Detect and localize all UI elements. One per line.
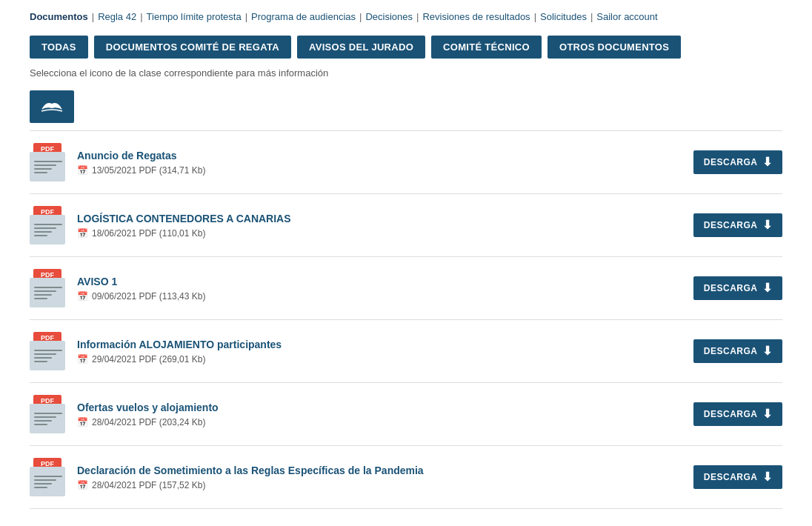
nav-separator: | <box>590 11 593 22</box>
doc-info-2: AVISO 1📅09/06/2021 PDF (113,43 Kb) <box>77 276 205 302</box>
nav-separator: | <box>534 11 536 22</box>
nav-separator: | <box>92 11 94 22</box>
doc-meta: 📅09/06/2021 PDF (113,43 Kb) <box>77 291 205 302</box>
doc-title[interactable]: AVISO 1 <box>77 276 205 287</box>
download-label: DESCARGA <box>704 472 758 482</box>
doc-left-2: PDFAVISO 1📅09/06/2021 PDF (113,43 Kb) <box>30 269 205 307</box>
download-arrow-icon: ⬇ <box>762 156 773 168</box>
calendar-icon: 📅 <box>77 228 88 239</box>
document-row: PDFAVISO 1📅09/06/2021 PDF (113,43 Kb)DES… <box>30 256 782 319</box>
nav-item-decisiones[interactable]: Decisiones <box>365 11 413 22</box>
doc-meta: 📅28/04/2021 PDF (203,24 Kb) <box>77 417 219 427</box>
doc-left-5: PDFDeclaración de Sometimiento a las Reg… <box>30 458 424 496</box>
nav-item-documentos[interactable]: Documentos <box>30 11 88 22</box>
download-button[interactable]: DESCARGA⬇ <box>693 276 782 300</box>
doc-meta-text: 28/04/2021 PDF (203,24 Kb) <box>92 417 205 427</box>
doc-meta-text: 18/06/2021 PDF (110,01 Kb) <box>92 228 205 239</box>
pdf-line <box>34 350 62 351</box>
download-button[interactable]: DESCARGA⬇ <box>693 150 782 174</box>
pdf-icon: PDF <box>30 332 65 370</box>
calendar-icon: 📅 <box>77 417 88 427</box>
document-row: PDFLOGÍSTICA CONTENEDORES A CANARIAS📅18/… <box>30 193 782 256</box>
doc-title[interactable]: Información ALOJAMIENTO participantes <box>77 339 282 350</box>
pdf-line <box>34 424 47 425</box>
nav-item-regla-42[interactable]: Regla 42 <box>98 11 136 22</box>
pdf-line <box>34 231 52 233</box>
doc-left-0: PDFAnuncio de Regatas📅13/05/2021 PDF (31… <box>30 143 205 182</box>
filter-button-0[interactable]: TODAS <box>30 36 88 59</box>
filter-button-3[interactable]: COMITÉ TÉCNICO <box>431 36 542 59</box>
doc-meta-text: 29/04/2021 PDF (269,01 Kb) <box>92 354 205 364</box>
doc-title[interactable]: LOGÍSTICA CONTENEDORES A CANARIAS <box>77 213 291 224</box>
doc-left-3: PDFInformación ALOJAMIENTO participantes… <box>30 332 282 370</box>
download-arrow-icon: ⬇ <box>762 282 773 294</box>
download-label: DESCARGA <box>704 220 758 230</box>
doc-info-1: LOGÍSTICA CONTENEDORES A CANARIAS📅18/06/… <box>77 213 291 239</box>
pdf-body <box>30 341 65 370</box>
pdf-line <box>34 353 56 355</box>
pdf-icon: PDF <box>30 458 65 496</box>
pdf-line <box>34 298 47 299</box>
pdf-line <box>34 483 52 485</box>
doc-info-5: Declaración de Sometimiento a las Reglas… <box>77 465 424 490</box>
document-row: PDFAnuncio de Regatas📅13/05/2021 PDF (31… <box>30 130 782 193</box>
doc-left-4: PDFOfertas vuelos y alojamiento📅28/04/20… <box>30 395 219 433</box>
doc-meta: 📅18/06/2021 PDF (110,01 Kb) <box>77 228 291 239</box>
nav-separator: | <box>359 11 362 22</box>
pdf-icon: PDF <box>30 206 65 244</box>
class-icon-area <box>30 90 782 123</box>
download-arrow-icon: ⬇ <box>762 345 773 357</box>
helper-text: Selecciona el icono de la clase correspo… <box>30 67 782 79</box>
pdf-line <box>34 294 52 296</box>
download-button[interactable]: DESCARGA⬇ <box>693 339 782 363</box>
pdf-body <box>30 215 65 244</box>
doc-left-1: PDFLOGÍSTICA CONTENEDORES A CANARIAS📅18/… <box>30 206 291 244</box>
pdf-line <box>34 476 62 477</box>
filter-buttons-group: TODASDOCUMENTOS COMITÉ DE REGATAAVISOS D… <box>30 36 782 59</box>
doc-title[interactable]: Ofertas vuelos y alojamiento <box>77 402 219 413</box>
download-label: DESCARGA <box>704 346 758 356</box>
pdf-line <box>34 235 47 236</box>
pdf-line <box>34 413 62 414</box>
download-button[interactable]: DESCARGA⬇ <box>693 213 782 237</box>
pdf-icon: PDF <box>30 395 65 433</box>
filter-button-1[interactable]: DOCUMENTOS COMITÉ DE REGATA <box>94 36 291 59</box>
pdf-body <box>30 152 65 182</box>
calendar-icon: 📅 <box>77 165 88 176</box>
nav-item-sailor-account[interactable]: Sailor account <box>596 11 657 22</box>
pdf-icon: PDF <box>30 269 65 307</box>
download-button[interactable]: DESCARGA⬇ <box>693 402 782 426</box>
document-list: PDFAnuncio de Regatas📅13/05/2021 PDF (31… <box>30 130 782 509</box>
download-arrow-icon: ⬇ <box>762 219 773 231</box>
pdf-line <box>34 479 56 481</box>
nav-separator: | <box>416 11 419 22</box>
nav-item-programa-de-audiencias[interactable]: Programa de audiencias <box>251 11 356 22</box>
filter-button-4[interactable]: OTROS DOCUMENTOS <box>548 36 681 59</box>
download-label: DESCARGA <box>704 157 758 167</box>
download-label: DESCARGA <box>704 283 758 293</box>
pdf-body <box>30 404 65 433</box>
pdf-line <box>34 357 52 359</box>
doc-title[interactable]: Anuncio de Regatas <box>77 150 205 162</box>
doc-meta-text: 28/04/2021 PDF (157,52 Kb) <box>92 480 205 490</box>
doc-meta-text: 09/06/2021 PDF (113,43 Kb) <box>92 291 205 302</box>
class-icon-box[interactable] <box>30 90 74 123</box>
pdf-line <box>34 487 47 488</box>
pdf-line <box>34 161 62 162</box>
document-row: PDFOfertas vuelos y alojamiento📅28/04/20… <box>30 382 782 445</box>
nav-item-solicitudes[interactable]: Solicitudes <box>540 11 587 22</box>
doc-info-4: Ofertas vuelos y alojamiento📅28/04/2021 … <box>77 402 219 427</box>
nav-item-revisiones-de-resultados[interactable]: Revisiones de resultados <box>422 11 530 22</box>
document-row: PDFDeclaración de Sometimiento a las Reg… <box>30 445 782 509</box>
filter-button-2[interactable]: AVISOS DEL JURADO <box>297 36 425 59</box>
doc-meta: 📅13/05/2021 PDF (314,71 Kb) <box>77 165 205 176</box>
download-button[interactable]: DESCARGA⬇ <box>693 465 782 489</box>
doc-info-3: Información ALOJAMIENTO participantes📅29… <box>77 339 282 364</box>
pdf-line <box>34 420 52 422</box>
doc-title[interactable]: Declaración de Sometimiento a las Reglas… <box>77 465 424 476</box>
nav-separator: | <box>245 11 247 22</box>
nav-item-tiempo-límite-protesta[interactable]: Tiempo límite protesta <box>147 11 242 22</box>
calendar-icon: 📅 <box>77 291 88 302</box>
pdf-body <box>30 278 65 307</box>
doc-meta-text: 13/05/2021 PDF (314,71 Kb) <box>92 165 205 176</box>
